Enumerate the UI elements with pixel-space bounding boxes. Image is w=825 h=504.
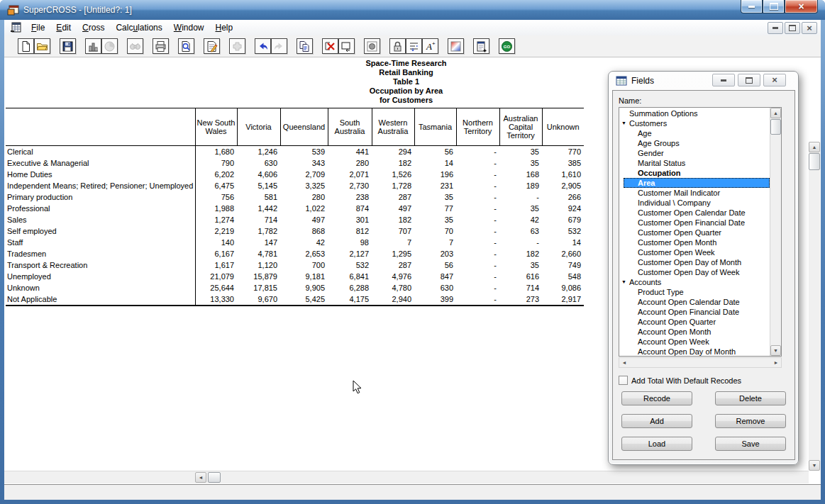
column-header[interactable]: Australian Capital Territory — [499, 108, 542, 146]
vertical-scrollbar[interactable]: ▲ ▼ — [809, 142, 820, 471]
load-button[interactable]: Load — [621, 437, 692, 451]
row-label[interactable]: Unemployed — [6, 271, 195, 282]
fields-list[interactable]: Summation Options▼CustomersAgeAge Groups… — [619, 107, 782, 357]
column-header[interactable]: Tasmania — [414, 108, 456, 146]
menu-help[interactable]: Help — [209, 21, 238, 34]
field-item-account-open-quarter[interactable]: Account Open Quarter — [619, 317, 770, 327]
fields-scroll-down-button[interactable]: ▼ — [770, 345, 781, 356]
field-item-account-open-day-of-month[interactable]: Account Open Day of Month — [619, 347, 770, 357]
field-item-customer-mail-indicator[interactable]: Customer Mail Indicator — [619, 188, 770, 198]
row-label[interactable]: Executive & Managerial — [6, 157, 195, 169]
row-label[interactable]: Tradesmen — [6, 248, 195, 259]
mdi-restore-button[interactable] — [785, 22, 800, 34]
font-size-button[interactable]: A+ — [422, 38, 438, 54]
mdi-minimize-button[interactable] — [768, 22, 783, 34]
expand-arrow-icon[interactable]: ▼ — [621, 118, 629, 128]
menu-file[interactable]: File — [26, 21, 50, 34]
find-button[interactable] — [127, 38, 143, 54]
scroll-left-button[interactable]: ◄ — [195, 472, 206, 483]
field-item-customer-open-calendar-date[interactable]: Customer Open Calendar Date — [619, 208, 770, 218]
field-item-area[interactable]: Area — [624, 178, 770, 188]
field-item-customers[interactable]: ▼Customers — [619, 118, 770, 128]
field-item-occupation[interactable]: Occupation — [619, 168, 770, 178]
field-item-customer-open-day-of-month[interactable]: Customer Open Day of Month — [619, 257, 770, 267]
stub-header-cell[interactable] — [6, 108, 195, 146]
field-item-gender[interactable]: Gender — [619, 148, 770, 158]
column-header[interactable]: Unknown — [542, 108, 584, 146]
field-item-accounts[interactable]: ▼Accounts — [619, 277, 770, 287]
field-item-account-open-month[interactable]: Account Open Month — [619, 327, 770, 337]
row-label[interactable]: Independent Means; Retired; Pensioner; U… — [6, 180, 195, 191]
column-header[interactable]: Victoria — [237, 108, 280, 146]
column-header[interactable]: South Australia — [328, 108, 372, 146]
row-label[interactable]: Not Applicable — [6, 293, 195, 306]
save-button[interactable] — [60, 38, 76, 54]
dialog-minimize-button[interactable] — [712, 74, 735, 86]
field-item-account-open-calendar-date[interactable]: Account Open Calendar Date — [619, 297, 770, 307]
fields-scroll-left-button[interactable]: ◄ — [619, 358, 629, 367]
open-button[interactable] — [34, 38, 50, 54]
column-header[interactable]: Queensland — [280, 108, 328, 146]
dialog-close-button[interactable]: × — [763, 74, 786, 86]
row-label[interactable]: Home Duties — [6, 169, 195, 180]
fields-list-vscrollbar[interactable]: ▲ ▼ — [770, 108, 781, 356]
field-options-button[interactable] — [406, 38, 422, 54]
field-item-account-open-week[interactable]: Account Open Week — [619, 337, 770, 347]
save-button[interactable]: Save — [715, 437, 786, 451]
print-button[interactable] — [153, 38, 169, 54]
row-label[interactable]: Primary production — [6, 191, 195, 203]
bar-chart-button[interactable] — [85, 38, 101, 54]
mdi-close-button[interactable]: × — [802, 22, 817, 34]
row-label[interactable]: Professional — [6, 203, 195, 214]
lock-button[interactable] — [389, 38, 406, 54]
print-preview-button[interactable] — [178, 38, 194, 54]
fields-scroll-right-button[interactable]: ► — [771, 358, 781, 367]
add-button[interactable]: Add — [621, 414, 692, 428]
go-button[interactable]: GO — [499, 38, 515, 54]
field-item-account-open-financial-date[interactable]: Account Open Financial Date — [619, 307, 770, 317]
field-item-customer-open-month[interactable]: Customer Open Month — [619, 237, 770, 247]
row-label[interactable]: Clerical — [6, 146, 195, 158]
row-label[interactable]: Sales — [6, 214, 195, 225]
field-item-age[interactable]: Age — [619, 128, 770, 138]
minimize-button[interactable] — [741, 0, 763, 13]
delete-button[interactable]: Delete — [715, 391, 786, 405]
colors-button[interactable] — [448, 38, 464, 54]
fields-dialog-titlebar[interactable]: Fields × — [609, 72, 798, 90]
new-document-button[interactable] — [473, 38, 489, 54]
field-item-marital-status[interactable]: Marital Status — [619, 158, 770, 168]
column-header[interactable]: New South Wales — [195, 108, 237, 146]
column-header[interactable]: Western Australia — [372, 108, 414, 146]
row-label[interactable]: Staff — [6, 237, 195, 248]
pie-chart-button[interactable] — [101, 38, 118, 54]
copy-button[interactable] — [297, 38, 313, 54]
field-item-age-groups[interactable]: Age Groups — [619, 138, 770, 148]
row-label[interactable]: Unknown — [6, 282, 195, 293]
recode-button[interactable]: Recode — [621, 391, 692, 405]
row-label[interactable]: Self employed — [6, 225, 195, 237]
field-item-customer-open-day-of-week[interactable]: Customer Open Day of Week — [619, 267, 770, 277]
add-total-checkbox[interactable] — [619, 376, 628, 385]
fields-scroll-up-button[interactable]: ▲ — [770, 108, 781, 118]
scroll-up-button[interactable]: ▲ — [809, 142, 820, 152]
remove-button[interactable]: Remove — [715, 414, 786, 428]
fields-scroll-thumb[interactable] — [770, 119, 781, 135]
field-item-summation-options[interactable]: Summation Options — [619, 108, 770, 118]
scroll-down-button[interactable]: ▼ — [809, 460, 820, 471]
close-button[interactable]: × — [785, 0, 818, 13]
column-header[interactable]: Northern Territory — [456, 108, 499, 146]
delete-table-button[interactable] — [322, 38, 338, 54]
menu-edit[interactable]: Edit — [50, 21, 77, 34]
zoom-target-button[interactable] — [364, 38, 380, 54]
redo-button[interactable] — [271, 38, 287, 54]
undo-button[interactable] — [255, 38, 271, 54]
horizontal-scrollbar[interactable]: ◄ — [4, 471, 809, 483]
edit-derivations-button[interactable] — [204, 38, 220, 54]
row-label[interactable]: Transport & Recreation — [6, 259, 195, 271]
fields-list-hscrollbar[interactable]: ◄ ► — [619, 357, 782, 368]
new-table-button[interactable] — [18, 38, 34, 54]
menu-cross[interactable]: Cross — [77, 21, 110, 34]
field-item-individual-company[interactable]: Individual \ Company — [619, 198, 770, 208]
field-item-customer-open-week[interactable]: Customer Open Week — [619, 247, 770, 257]
field-item-product-type[interactable]: Product Type — [619, 287, 770, 297]
